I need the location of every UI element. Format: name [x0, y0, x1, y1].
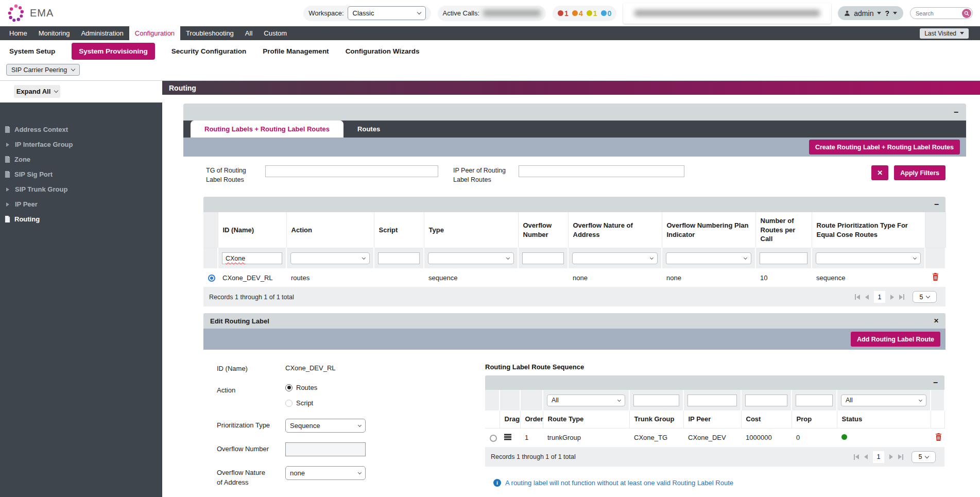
script-filter-input[interactable] [378, 252, 420, 264]
last-page-button[interactable] [899, 294, 904, 300]
sidebar-item-sip-trunk-group[interactable]: SIP Trunk Group [0, 182, 162, 197]
chevron-down-icon [506, 256, 510, 260]
first-page-button[interactable] [855, 294, 860, 300]
tg-filter-input[interactable] [265, 165, 438, 177]
sidebar-item-ip-interface-group[interactable]: IP Interface Group [0, 137, 162, 152]
collapse-sequence-button[interactable]: − [933, 379, 938, 387]
sidebar-item-sip-sig-port[interactable]: SIP Sig Port [0, 167, 162, 182]
cell-cost: 1000000 [741, 428, 792, 447]
apply-filters-button[interactable]: Apply Filters [894, 165, 945, 180]
help-menu[interactable]: ? [885, 9, 889, 18]
edit-routing-label-panel: Edit Routing Label ✕ Add Routing Label R… [203, 313, 945, 497]
status-green-icon [841, 434, 847, 440]
chevron-down-icon [919, 398, 922, 402]
file-icon [5, 156, 10, 163]
ip-peer-seq-filter-input[interactable] [687, 395, 737, 406]
prioritization-type-select[interactable]: Sequence [285, 419, 366, 433]
cell-trunk-group: CXone_TG [629, 428, 683, 447]
overflow-number-input[interactable] [285, 442, 366, 456]
chevron-down-icon [417, 10, 421, 14]
add-routing-label-route-button[interactable]: Add Routing Label Route [851, 332, 940, 347]
status-filter-select[interactable]: All [841, 395, 926, 406]
search-button[interactable] [962, 9, 971, 18]
delete-icon[interactable] [932, 273, 939, 281]
current-page: 1 [873, 451, 884, 463]
type-filter-select[interactable] [428, 252, 514, 264]
previous-page-button[interactable] [864, 454, 868, 459]
nav-item-monitoring[interactable]: Monitoring [33, 26, 76, 40]
last-page-button[interactable] [898, 454, 903, 460]
route-sequence-title: Routing Label Route Sequence [485, 363, 944, 371]
create-routing-label-button[interactable]: Create Routing Label + Routing Label Rou… [809, 140, 960, 155]
sidebar-item-ip-peer[interactable]: IP Peer [0, 197, 162, 212]
user-menu[interactable]: admin ? [838, 6, 903, 20]
clear-filters-button[interactable]: ✕ [871, 165, 888, 180]
info-text[interactable]: A routing label will not function withou… [505, 479, 733, 487]
action-script-radio[interactable]: Script [285, 399, 317, 407]
routes-per-call-filter-input[interactable] [760, 252, 807, 264]
next-page-button[interactable] [889, 454, 893, 459]
id-name-filter-input[interactable]: CXone [222, 252, 282, 264]
route-type-filter-select[interactable]: All [547, 395, 625, 406]
nav-item-home[interactable]: Home [4, 26, 33, 40]
col-script: Script [374, 212, 424, 248]
yellow-dot-icon [587, 10, 592, 16]
page-size-select[interactable]: 5 [913, 291, 937, 303]
sidebar-item-address-context[interactable]: Address Context [0, 122, 162, 137]
subnav-profile-management[interactable]: Profile Management [263, 47, 329, 55]
overflow-noa-label: Overflow Nature of Address [217, 466, 272, 488]
collapse-panel-button[interactable]: − [954, 108, 958, 116]
overflow-npi-filter-select[interactable] [666, 252, 751, 264]
workspace-label: Workspace: [308, 9, 343, 17]
labels-toolbar: Create Routing Label + Routing Label Rou… [183, 138, 966, 157]
col-drag: Drag [500, 410, 520, 428]
nav-item-custom[interactable]: Custom [258, 26, 293, 40]
overflow-noa-filter-select[interactable] [572, 252, 658, 264]
page-size-select[interactable]: 5 [912, 451, 936, 463]
drag-handle-icon[interactable] [504, 436, 511, 437]
tab-routes[interactable]: Routes [343, 121, 394, 138]
nav-item-all[interactable]: All [239, 26, 258, 40]
workspace-value: Classic [353, 9, 374, 17]
last-visited-dropdown[interactable]: Last Visited [920, 28, 969, 39]
row-select-radio[interactable] [208, 275, 215, 282]
prop-filter-input[interactable] [796, 395, 833, 406]
routing-tabs: Routing Labels + Routing Label Routes Ro… [183, 121, 966, 138]
row-select-radio[interactable] [490, 435, 497, 442]
tree-category-select[interactable]: SIP Carrier Peering [6, 64, 80, 76]
col-action: Action [286, 212, 374, 248]
sidebar-item-routing[interactable]: Routing [0, 212, 162, 227]
subnav-system-setup[interactable]: System Setup [9, 47, 55, 55]
workspace-select[interactable]: Classic [348, 6, 426, 20]
collapse-table-button[interactable]: − [934, 200, 939, 209]
col-prop: Prop [792, 410, 837, 428]
col-ip-peer: IP Peer [683, 410, 741, 428]
delete-icon[interactable] [935, 433, 942, 441]
close-icon[interactable]: ✕ [934, 317, 939, 324]
ip-peer-filter-input[interactable] [519, 165, 684, 177]
active-calls-chip: Active Calls: [438, 6, 546, 21]
subnav-security-configuration[interactable]: Security Configuration [171, 47, 247, 55]
action-routes-radio[interactable]: Routes [285, 384, 317, 391]
nav-item-troubleshooting[interactable]: Troubleshooting [180, 26, 239, 40]
action-filter-select[interactable] [290, 252, 370, 264]
alarm-counts-chip[interactable]: 1 4 1 0 [553, 6, 616, 21]
subnav-configuration-wizards[interactable]: Configuration Wizards [346, 47, 420, 55]
overflow-number-filter-input[interactable] [522, 252, 564, 264]
trunk-group-filter-input[interactable] [633, 395, 679, 406]
subnav-system-provisioning[interactable]: System Provisioning [72, 43, 155, 60]
sequence-pagination: 1 5 [854, 451, 936, 463]
expand-all-button[interactable]: Expand All [14, 85, 60, 98]
previous-page-button[interactable] [865, 295, 869, 300]
cost-filter-input[interactable] [745, 395, 787, 406]
nav-item-configuration[interactable]: Configuration [129, 26, 180, 40]
labels-header-row: ID (Name) Action Script Type Overflow Nu… [203, 212, 945, 248]
route-prioritization-filter-select[interactable] [816, 252, 921, 264]
nav-item-administration[interactable]: Administration [75, 26, 129, 40]
search-input[interactable] [916, 10, 958, 16]
tab-routing-labels[interactable]: Routing Labels + Routing Label Routes [191, 121, 343, 138]
first-page-button[interactable] [854, 454, 859, 460]
sidebar-item-zone[interactable]: Zone [0, 152, 162, 167]
overflow-noa-select[interactable]: none [285, 466, 366, 480]
next-page-button[interactable] [890, 295, 894, 300]
